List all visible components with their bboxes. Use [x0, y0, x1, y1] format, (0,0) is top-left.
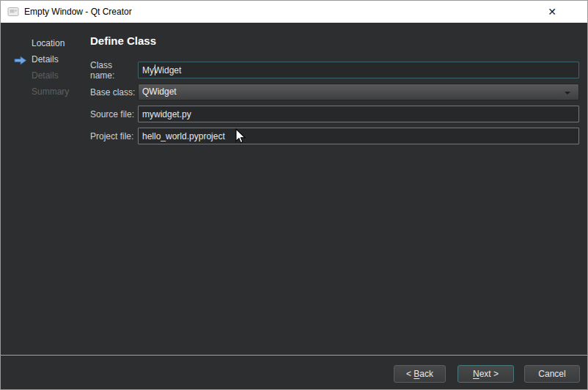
source-file-row: Source file: — [90, 106, 579, 122]
project-file-field-wrap — [138, 128, 579, 144]
chevron-down-icon — [565, 92, 570, 95]
cancel-button[interactable]: Cancel — [524, 365, 580, 383]
base-class-selected-value: QWidget — [142, 87, 177, 97]
app-window-icon — [7, 6, 19, 18]
step-details-pending: Details — [1, 67, 87, 84]
step-label: Location — [32, 38, 65, 48]
base-class-field-wrap: QWidget — [138, 84, 579, 100]
project-file-row: Project file: — [90, 128, 579, 144]
next-button[interactable]: Next > — [457, 365, 514, 383]
page-title: Define Class — [90, 34, 156, 47]
cancel-label: Cancel — [538, 369, 565, 379]
window-title: Empty Window - Qt Creator — [24, 7, 132, 17]
step-summary: Summary — [1, 84, 87, 100]
next-label-post: ext > — [479, 369, 499, 379]
back-label-post: ack — [419, 369, 433, 379]
step-details-current: Details — [1, 51, 87, 67]
step-label: Summary — [32, 87, 69, 97]
bottom-separator — [1, 355, 587, 356]
base-class-combobox[interactable]: QWidget — [138, 84, 579, 100]
source-file-field-wrap — [138, 106, 579, 122]
define-class-form: Class name: Base class: QWidget Source f… — [90, 62, 579, 150]
back-button[interactable]: < Back — [394, 365, 446, 383]
wizard-window: Empty Window - Qt Creator ✕ Location Det… — [0, 0, 588, 390]
next-label-accel: N — [473, 369, 479, 379]
source-file-label: Source file: — [90, 109, 138, 119]
source-file-input[interactable] — [138, 106, 579, 122]
project-file-input[interactable] — [138, 128, 579, 144]
base-class-label: Base class: — [90, 87, 138, 98]
class-name-label: Class name: — [90, 60, 138, 81]
class-name-input[interactable] — [138, 62, 579, 78]
current-step-arrow-icon — [14, 54, 27, 64]
project-file-label: Project file: — [90, 131, 138, 141]
base-class-row: Base class: QWidget — [90, 84, 579, 100]
wizard-step-list: Location Details Details Summary — [1, 35, 87, 100]
step-label: Details — [32, 70, 59, 81]
text-caret — [155, 65, 155, 76]
back-label-pre: < — [406, 369, 414, 379]
titlebar: Empty Window - Qt Creator ✕ — [1, 1, 587, 23]
step-location: Location — [1, 35, 87, 51]
close-icon[interactable]: ✕ — [540, 1, 564, 23]
step-label: Details — [32, 54, 59, 65]
class-name-field-wrap — [138, 62, 579, 78]
class-name-row: Class name: — [90, 62, 579, 78]
